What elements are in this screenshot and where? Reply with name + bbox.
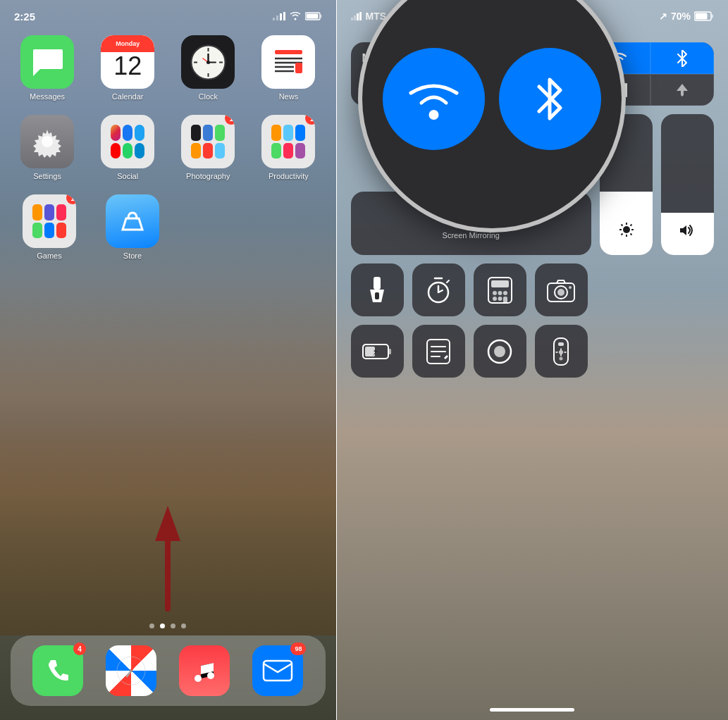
brightness-icon <box>619 222 634 241</box>
svg-rect-3 <box>283 12 285 20</box>
music-svg <box>190 656 219 685</box>
cc-battery-icon <box>694 11 714 21</box>
svg-point-76 <box>569 286 572 289</box>
home-screen: 2:25 <box>0 0 336 720</box>
flashlight-icon <box>367 277 387 304</box>
app-settings[interactable]: Settings <box>12 115 82 180</box>
airplane-tile[interactable] <box>650 74 714 106</box>
productivity-icon[interactable]: 1 <box>261 115 315 168</box>
app-news[interactable]: News <box>253 35 323 101</box>
svg-rect-78 <box>389 349 392 354</box>
twitter-mini <box>135 125 144 141</box>
svg-rect-30 <box>264 661 292 681</box>
messages-label: Messages <box>30 92 65 101</box>
bt-big-btn[interactable] <box>499 48 601 150</box>
svg-point-38 <box>428 110 438 120</box>
svg-rect-59 <box>375 292 379 299</box>
battery-status-tile[interactable] <box>351 325 404 378</box>
app-productivity[interactable]: 1 Productivity <box>253 115 323 180</box>
mail-icon[interactable]: 98 <box>252 645 303 696</box>
camera-icon <box>547 278 575 302</box>
news-svg <box>269 43 308 82</box>
notes-tile[interactable] <box>412 325 465 378</box>
svg-rect-6 <box>320 15 321 18</box>
app-calendar[interactable]: Monday 12 Calendar <box>92 35 163 101</box>
game-mini-5 <box>44 223 54 239</box>
store-icon[interactable] <box>106 194 159 248</box>
facebook-mini <box>123 125 132 141</box>
photography-icon[interactable]: 1 <box>181 115 235 168</box>
photo-mini-1 <box>191 125 201 141</box>
dock-music[interactable] <box>179 645 230 696</box>
music-icon[interactable] <box>179 645 230 696</box>
volume-slider[interactable] <box>661 114 714 255</box>
status-time: 2:25 <box>14 11 35 23</box>
telegram-mini <box>135 143 144 159</box>
game-mini-2 <box>44 204 54 221</box>
wifi-big-btn[interactable] <box>383 48 485 150</box>
signal-icon <box>273 12 285 20</box>
svg-line-56 <box>630 225 631 226</box>
prod-mini-4 <box>271 143 281 159</box>
games-label: Games <box>37 252 61 260</box>
svg-point-75 <box>557 289 564 296</box>
settings-label: Settings <box>33 172 61 180</box>
cal-date: 12 <box>113 54 142 79</box>
svg-point-4 <box>294 18 296 20</box>
svg-rect-19 <box>295 63 302 73</box>
remote-tile[interactable] <box>535 325 588 378</box>
messages-svg <box>30 46 64 77</box>
photo-mini-6 <box>215 143 225 159</box>
photo-mini-2 <box>203 125 213 141</box>
dock: 4 <box>11 635 326 706</box>
svg-line-57 <box>621 234 622 235</box>
app-social[interactable]: Social <box>92 115 163 180</box>
app-messages[interactable]: Messages <box>12 35 82 101</box>
arrow-svg <box>147 506 189 619</box>
games-icon[interactable]: 1 <box>23 194 76 248</box>
airplane-tile-icon <box>674 82 691 99</box>
social-grid <box>107 121 148 162</box>
bt-tile[interactable] <box>650 42 714 74</box>
clock-svg <box>189 43 228 82</box>
svg-rect-32 <box>354 15 356 20</box>
camera-tile[interactable] <box>535 263 588 316</box>
svg-rect-0 <box>273 18 275 20</box>
status-icons <box>273 12 322 20</box>
app-row-1: Messages Monday 12 Calendar <box>7 35 329 101</box>
do-not-disturb-tile[interactable] <box>474 325 526 378</box>
app-clock[interactable]: Clock <box>173 35 243 101</box>
cc-row-icons2 <box>351 325 714 378</box>
svg-rect-36 <box>712 15 714 18</box>
mail-svg <box>262 659 293 682</box>
svg-rect-33 <box>357 13 359 20</box>
remote-icon <box>551 337 571 366</box>
dot-2 <box>160 623 165 628</box>
photo-mini-3 <box>215 125 225 141</box>
svg-line-54 <box>621 225 622 226</box>
calculator-tile[interactable] <box>474 263 526 316</box>
instagram-mini <box>111 125 121 141</box>
app-grid: Messages Monday 12 Calendar <box>7 35 329 274</box>
app-store[interactable]: Store <box>97 194 168 260</box>
clock-icon[interactable] <box>181 35 235 89</box>
svg-point-89 <box>560 356 563 360</box>
home-indicator <box>490 708 574 712</box>
dock-phone[interactable]: 4 <box>32 645 83 696</box>
safari-icon[interactable] <box>106 645 156 696</box>
dock-mail[interactable]: 98 <box>252 645 303 696</box>
app-games[interactable]: 1 Games <box>14 194 85 260</box>
timer-tile[interactable] <box>412 263 465 316</box>
social-icon[interactable] <box>101 115 154 168</box>
flashlight-tile[interactable] <box>351 263 404 316</box>
game-mini-3 <box>56 204 66 221</box>
calendar-icon[interactable]: Monday 12 <box>101 35 154 89</box>
svg-rect-37 <box>696 13 708 20</box>
dock-safari[interactable] <box>106 645 156 696</box>
app-photography[interactable]: 1 Photography <box>173 115 243 180</box>
settings-icon[interactable] <box>20 115 74 168</box>
prod-mini-2 <box>283 125 293 141</box>
messages-icon[interactable] <box>20 35 74 89</box>
news-icon[interactable] <box>261 35 315 89</box>
phone-icon[interactable]: 4 <box>32 645 83 696</box>
